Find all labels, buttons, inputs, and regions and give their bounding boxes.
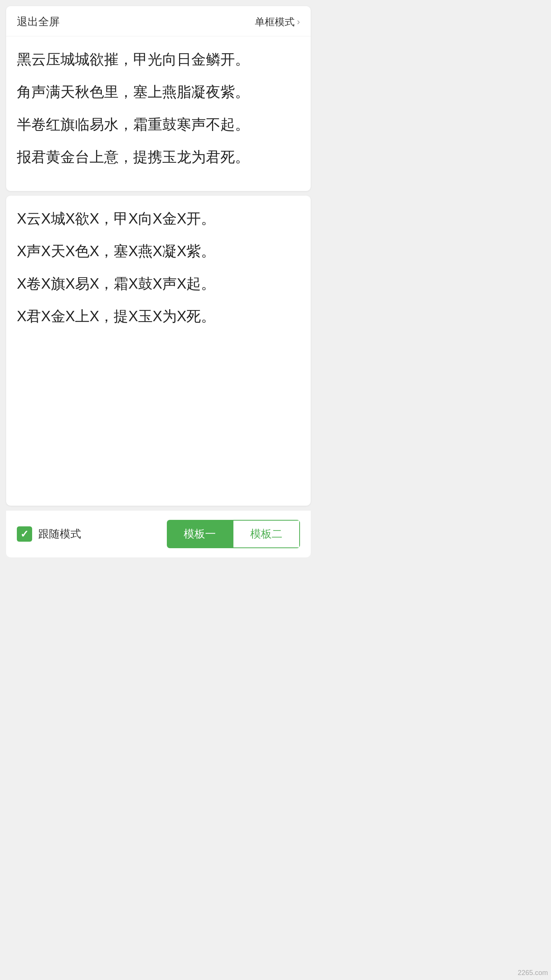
- follow-mode-checkbox[interactable]: ✓: [17, 526, 32, 542]
- single-frame-mode-button[interactable]: 单框模式 ›: [255, 15, 300, 29]
- checkmark-icon: ✓: [20, 529, 29, 539]
- template-one-button[interactable]: 模板一: [167, 520, 233, 548]
- template-buttons: 模板一 模板二: [167, 520, 300, 548]
- top-panel: 退出全屏 单框模式 › 黑云压城城欲摧，甲光向日金鳞开。 角声满天秋色里，塞上燕…: [6, 6, 311, 191]
- bottom-panel: X云X城X欲X，甲X向X金X开。 X声X天X色X，塞X燕X凝X紫。 X卷X旗X易…: [6, 196, 311, 506]
- cloze-line-2: X声X天X色X，塞X燕X凝X紫。: [17, 240, 300, 262]
- chevron-right-icon: ›: [297, 16, 300, 27]
- cloze-line-4: X君X金X上X，提X玉X为X死。: [17, 305, 300, 327]
- follow-mode-label: 跟随模式: [38, 527, 81, 541]
- poem-content: 黑云压城城欲摧，甲光向日金鳞开。 角声满天秋色里，塞上燕脂凝夜紫。 半卷红旗临易…: [6, 36, 311, 191]
- poem-line-3: 半卷红旗临易水，霜重鼓寒声不起。: [17, 114, 300, 136]
- cloze-content: X云X城X欲X，甲X向X金X开。 X声X天X色X，塞X燕X凝X紫。 X卷X旗X易…: [6, 196, 311, 343]
- poem-line-1: 黑云压城城欲摧，甲光向日金鳞开。: [17, 49, 300, 70]
- template-two-button[interactable]: 模板二: [233, 520, 300, 548]
- cloze-line-1: X云X城X欲X，甲X向X金X开。: [17, 208, 300, 230]
- single-frame-label: 单框模式: [255, 15, 295, 29]
- spacer: [6, 343, 311, 419]
- bottom-toolbar: ✓ 跟随模式 模板一 模板二: [6, 510, 311, 557]
- exit-fullscreen-button[interactable]: 退出全屏: [17, 15, 60, 29]
- follow-mode-container: ✓ 跟随模式: [17, 526, 81, 542]
- top-bar: 退出全屏 单框模式 ›: [6, 6, 311, 36]
- poem-line-2: 角声满天秋色里，塞上燕脂凝夜紫。: [17, 81, 300, 103]
- poem-line-4: 报君黄金台上意，提携玉龙为君死。: [17, 146, 300, 168]
- cloze-line-3: X卷X旗X易X，霜X鼓X声X起。: [17, 273, 300, 295]
